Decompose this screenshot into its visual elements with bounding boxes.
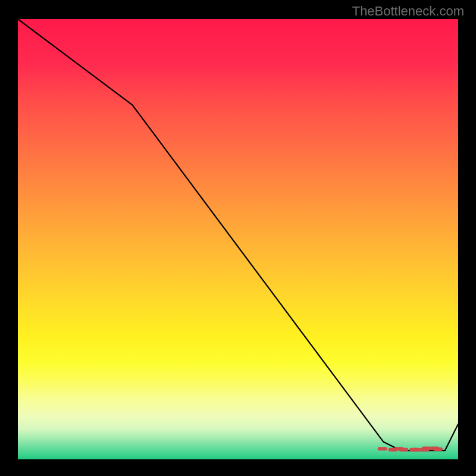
- chart-plot-area: [18, 19, 458, 459]
- chart-svg: [18, 19, 458, 459]
- watermark-text: TheBottleneck.com: [352, 4, 464, 19]
- chart-marker: [430, 447, 439, 450]
- chart-marker: [378, 447, 387, 450]
- chart-line: [18, 19, 458, 450]
- chart-marker: [394, 447, 404, 450]
- chart-marker: [411, 448, 421, 452]
